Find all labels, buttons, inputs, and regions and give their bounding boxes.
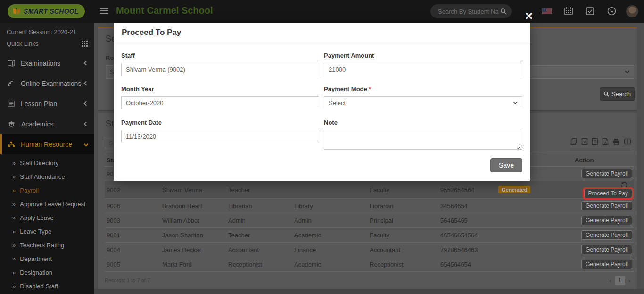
proceed-to-pay-modal: × Proceed To Pay Staff Payment Amount Mo… [114, 23, 530, 181]
excel-icon[interactable]: X [581, 138, 588, 145]
sidebar-item-disabled-staff[interactable]: »Disabled Staff [0, 279, 94, 293]
cell-name: William Abbot [160, 213, 226, 228]
note-label: Note [324, 119, 522, 126]
table-row[interactable]: 9003 William Abbot Admin Admin Principal… [105, 213, 634, 228]
svg-text:X: X [583, 140, 586, 144]
generate-payroll-button[interactable]: Generate Payroll [581, 216, 632, 225]
cell-name: Jason Sharlton [160, 228, 226, 243]
sidebar-item-online-examinations[interactable]: Online Examinations [0, 73, 94, 93]
payment-date-label: Payment Date [121, 119, 319, 126]
cell-phone: 34564654 [438, 199, 496, 213]
student-search-box[interactable] [430, 4, 512, 18]
proceed-to-pay-button[interactable]: Proceed To Pay [584, 189, 633, 198]
chat-icon[interactable] [607, 7, 616, 16]
sidebar-item-staff-directory[interactable]: »Staff Directory [0, 156, 94, 170]
copy-icon[interactable] [570, 138, 578, 145]
sub-item-label: Teachers Rating [20, 242, 64, 249]
sub-item-label: Designation [20, 269, 52, 276]
generate-payroll-button[interactable]: Generate Payroll [581, 169, 632, 178]
app-logo[interactable]: SMART SCHOOL [8, 4, 85, 18]
table-row[interactable]: 9006 Brandon Heart Librarian Library Lib… [105, 199, 634, 213]
sidebar-item-designation[interactable]: »Designation [0, 266, 94, 279]
logo-text: SMART SCHOOL [24, 8, 79, 15]
cell-phone: 654564654 [438, 257, 496, 272]
cell-department: Academic [292, 257, 368, 272]
sidebar-item-department[interactable]: »Department [0, 252, 94, 266]
sidebar-item-teachers-rating[interactable]: »Teachers Rating [0, 238, 94, 252]
table-row-selected[interactable]: 9002 Shivam Verma Teacher Faculty 955265… [105, 181, 634, 199]
cell-name: Shivam Verma [160, 181, 226, 199]
sub-item-label: Disabled Staff [20, 283, 58, 290]
tasks-icon[interactable] [586, 7, 594, 15]
page-number[interactable]: 1 [615, 276, 625, 285]
print-icon[interactable] [612, 138, 620, 145]
csv-icon[interactable] [592, 138, 598, 145]
student-search-input[interactable] [437, 8, 500, 16]
cell-role: Teacher [226, 181, 292, 199]
page-next-icon[interactable]: › [628, 277, 630, 284]
sidebar-item-approve-leave-request[interactable]: »Approve Leave Request [0, 197, 94, 211]
payment-mode-select[interactable]: Select [324, 96, 522, 109]
cell-phone: 46546654564 [438, 228, 496, 243]
modal-body: Staff Payment Amount Month Year Payment … [114, 42, 530, 181]
close-icon[interactable]: × [525, 9, 533, 23]
sidebar-item-human-resource[interactable]: Human Resource [0, 134, 94, 154]
book-icon [8, 101, 15, 107]
payment-mode-label: Payment Mode* [324, 85, 522, 92]
page-prev-icon[interactable]: ‹ [609, 277, 611, 284]
staff-field-group: Staff [121, 52, 319, 76]
month-year-input[interactable] [121, 96, 319, 109]
sidebar-item-apply-leave[interactable]: »Apply Leave [0, 211, 94, 225]
columns-icon[interactable] [624, 138, 631, 145]
sidebar-item-academics[interactable]: Academics [0, 114, 94, 134]
payroll-page: SMART SCHOOL Mount Carmel School [0, 0, 644, 294]
payment-date-input[interactable] [121, 130, 319, 143]
cell-phone: 79786546463 [438, 243, 496, 257]
cell-staff-id: 9004 [105, 243, 160, 257]
export-toolbar: X A [569, 138, 632, 149]
table-row[interactable]: 9004 James Deckar Accountant Finance Acc… [105, 243, 634, 257]
payment-amount-input[interactable] [324, 63, 522, 76]
sidebar-item-staff-attendance[interactable]: »Staff Attendance [0, 170, 94, 184]
user-avatar[interactable] [626, 5, 638, 17]
cell-name: Maria Ford [160, 257, 226, 272]
save-button[interactable]: Save [490, 158, 522, 172]
revert-payroll-icon[interactable] [620, 182, 627, 189]
sidebar-item-lesson-plan[interactable]: Lesson Plan [0, 93, 94, 114]
generate-payroll-button[interactable]: Generate Payroll [581, 230, 632, 240]
sidebar-item-examinations[interactable]: Examinations [0, 53, 94, 73]
school-name: Mount Carmel School [116, 5, 213, 16]
search-icon[interactable] [500, 8, 507, 15]
sidebar-item-payroll[interactable]: »Payroll [0, 184, 94, 197]
generate-payroll-button[interactable]: Generate Payroll [581, 260, 632, 269]
sidebar-item-label: Lesson Plan [21, 100, 84, 108]
cell-department [292, 181, 368, 199]
chevron-left-icon [84, 61, 89, 66]
staff-input[interactable] [121, 63, 319, 76]
sidebar: Current Session: 2020-21 Quick Links Exa… [0, 23, 94, 294]
cell-name: Brandon Heart [160, 199, 226, 213]
payment-mode-value: Select [329, 100, 513, 107]
generate-payroll-button[interactable]: Generate Payroll [581, 245, 632, 254]
pdf-icon[interactable]: A [602, 138, 609, 145]
table-row[interactable]: 9001 Jason Sharlton Teacher Academic Fac… [105, 228, 634, 243]
calendar-icon[interactable] [564, 7, 573, 16]
cell-staff-id: 9005 [105, 257, 160, 272]
cell-role: Admin [226, 213, 292, 228]
note-textarea[interactable] [324, 130, 522, 150]
cell-status [496, 199, 573, 213]
criteria-search-button[interactable]: Search [600, 87, 635, 101]
sidebar-item-leave-type[interactable]: »Leave Type [0, 225, 94, 238]
cell-role: Receptionist [226, 257, 292, 272]
footer-strip [94, 289, 644, 294]
chevron-down-icon [625, 70, 630, 74]
cell-phone: 56465465 [438, 213, 496, 228]
records-summary: Records: 1 to 7 of 7 [105, 277, 150, 283]
table-row[interactable]: 9005 Maria Ford Receptionist Academic Re… [105, 257, 634, 272]
payment-mode-field-group: Payment Mode* Select [324, 85, 522, 109]
modal-title: Proceed To Pay [122, 28, 181, 37]
sidebar-toggle-icon[interactable] [100, 8, 108, 15]
language-flag-icon[interactable] [542, 8, 552, 14]
generate-payroll-button[interactable]: Generate Payroll [581, 201, 632, 210]
quick-links[interactable]: Quick Links [0, 35, 94, 53]
